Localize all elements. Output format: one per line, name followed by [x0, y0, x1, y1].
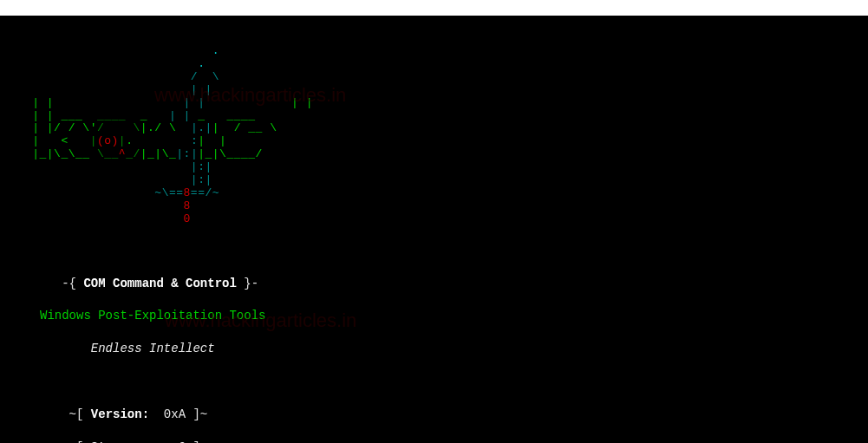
ascii-text: | [284, 96, 299, 109]
ascii-pad [3, 147, 32, 160]
ascii-text: ^ [119, 147, 126, 160]
ascii-text: | < [32, 134, 89, 147]
ascii-text: |_|\_\__ [32, 147, 97, 160]
ascii-text: ____ [97, 109, 126, 122]
ascii-text: | |/ / \' [32, 121, 97, 134]
ascii-text: / \ [97, 121, 140, 134]
ascii-pad [3, 134, 32, 147]
ascii-pad [3, 173, 191, 186]
ascii-flame: 8 [184, 186, 191, 199]
ascii-text: _ [126, 109, 169, 122]
ascii-text: |_|\_ [140, 147, 177, 160]
ascii-rocket: |.| [191, 121, 212, 134]
ascii-pad [147, 96, 184, 109]
ascii-rocket: \ [205, 70, 219, 83]
banner-text: }- [237, 277, 258, 290]
ascii-text: . [126, 134, 191, 147]
ascii-pad [298, 96, 305, 109]
ascii-flame: 0 [184, 212, 191, 225]
version-line: ~[ Version: 0xA ]~ [3, 407, 865, 423]
ascii-text: | [306, 96, 313, 109]
ascii-text: \__ [97, 147, 119, 160]
ascii-rocket: ==/~ [191, 186, 219, 199]
stagers-line: ~[ Stagers: 6 ]~ [3, 440, 865, 443]
stat-label: Stagers: [91, 440, 149, 443]
ascii-text: | [90, 134, 97, 147]
ascii-rocket: | | [184, 96, 206, 109]
ascii-text: _ ____ [191, 109, 256, 122]
banner-line-2: Windows Post-Exploitation Tools [3, 308, 865, 324]
ascii-pad [3, 199, 184, 212]
ascii-row: . [3, 57, 219, 70]
ascii-pad [3, 121, 32, 134]
blank-line [3, 374, 865, 390]
stat-bracket: ~[ [3, 440, 91, 443]
blank-line [3, 243, 865, 259]
ascii-text: | | [198, 134, 255, 147]
stat-value: 6 ]~ [149, 440, 207, 443]
ascii-text: _/ [126, 147, 140, 160]
ascii-pad [3, 186, 154, 199]
ascii-eye: (o) [97, 134, 119, 147]
ascii-pad [205, 96, 284, 109]
ascii-rocket: |:| [176, 147, 198, 160]
ascii-pad [3, 83, 191, 96]
stat-label: Version: [91, 407, 149, 421]
ascii-pad [3, 109, 32, 122]
ascii-rocket: |:| [191, 173, 212, 186]
ascii-rocket: | | [191, 83, 212, 96]
window-titlebar [0, 0, 868, 16]
ascii-rocket: : [191, 134, 198, 147]
ascii-logo: . . / \ | | | | | | | | | | ___ ____ _ |… [3, 32, 865, 226]
stat-value: 0xA ]~ [149, 407, 207, 421]
ascii-flame: 8 [184, 199, 191, 212]
ascii-pad [3, 212, 184, 225]
ascii-rocket: / [191, 70, 206, 83]
ascii-pad [3, 70, 191, 83]
banner-text: -{ [3, 277, 83, 290]
ascii-pad [3, 96, 32, 109]
ascii-text: | | ___ [32, 109, 97, 122]
banner-line-1: -{ COM Command & Control }- [3, 276, 865, 292]
ascii-text: / \ [154, 121, 191, 134]
banner-line-3: Endless Intellect [3, 341, 865, 357]
ascii-rocket: ~\== [154, 186, 183, 199]
ascii-rocket: | | [169, 109, 191, 122]
ascii-text: |_|\____/ [198, 147, 263, 160]
ascii-text: | / __ \ [212, 121, 277, 134]
ascii-text: |. [140, 121, 155, 134]
ascii-text: | [119, 134, 126, 147]
ascii-row: . [3, 44, 219, 57]
ascii-pad [3, 160, 191, 173]
ascii-text: | | [32, 96, 147, 109]
banner-title: COM Command & Control [83, 277, 236, 290]
stat-bracket: ~[ [3, 407, 91, 421]
terminal-output[interactable]: . . / \ | | | | | | | | | | ___ ____ _ |… [0, 16, 868, 443]
ascii-rocket: |:| [191, 160, 212, 173]
